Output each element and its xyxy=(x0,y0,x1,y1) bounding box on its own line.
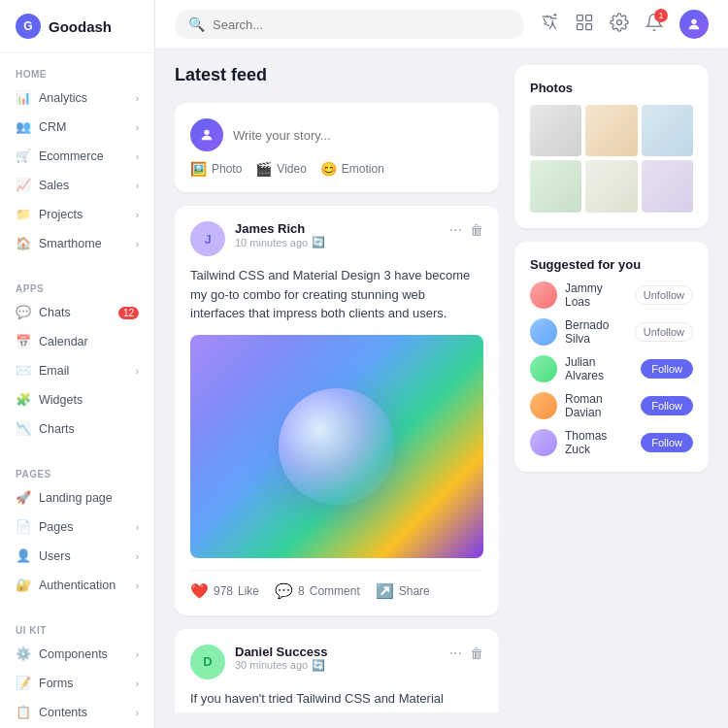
sidebar-label: Email xyxy=(39,364,128,378)
sidebar-item-projects[interactable]: 📁Projects› xyxy=(0,200,154,229)
post-delete-button[interactable]: 🗑 xyxy=(470,222,483,238)
post-actions: ··· 🗑 xyxy=(449,221,483,239)
sidebar-label: Landing page xyxy=(39,491,139,505)
story-input-row xyxy=(190,118,483,151)
post-header: D Daniel Success 30 minutes ago 🔄 ··· 🗑 xyxy=(190,645,483,679)
sidebar-item-calendar[interactable]: 📅Calendar xyxy=(0,327,154,356)
post-more-button[interactable]: ··· xyxy=(449,221,462,239)
chevron-icon: › xyxy=(136,708,139,718)
sidebar-item-contents[interactable]: 📋Contents› xyxy=(0,698,154,727)
landing-icon: 🚀 xyxy=(16,490,31,506)
sidebar-label: Analytics xyxy=(39,91,128,105)
chevron-icon: › xyxy=(136,93,139,104)
search-input[interactable] xyxy=(213,17,511,32)
sidebar-item-ecommerce[interactable]: 🛒Ecommerce› xyxy=(0,142,154,171)
post-avatar: D xyxy=(190,645,225,679)
chats-icon: 💬 xyxy=(16,305,31,320)
sidebar-item-analytics[interactable]: 📊Analytics› xyxy=(0,83,154,113)
search-box[interactable]: 🔍 xyxy=(175,10,524,39)
sidebar-item-widgets[interactable]: 🧩Widgets xyxy=(0,385,154,414)
follow-button-julian[interactable]: Follow xyxy=(641,359,693,379)
photo-action[interactable]: 🖼️ Photo xyxy=(190,161,242,177)
refresh-icon: 🔄 xyxy=(312,659,325,672)
sidebar-label: Charts xyxy=(39,422,139,436)
story-input[interactable] xyxy=(233,128,483,143)
heart-icon: ❤️ xyxy=(190,582,209,600)
auth-icon: 🔐 xyxy=(16,578,31,593)
photos-grid xyxy=(530,105,693,213)
suggested-item-jammy: Jammy Loas Unfollow xyxy=(530,281,693,309)
post-delete-button[interactable]: 🗑 xyxy=(470,645,483,661)
nav-section-uikit: UI KIT ⚙️Components› 📝Forms› 📋Contents› … xyxy=(0,610,154,728)
sugg-name: Bernado Silva xyxy=(565,318,627,346)
chevron-icon: › xyxy=(136,239,139,249)
chevron-icon: › xyxy=(136,522,139,533)
svg-point-5 xyxy=(691,19,696,24)
chevron-icon: › xyxy=(136,151,139,162)
chevron-icon: › xyxy=(136,210,139,220)
photo-thumb-2 xyxy=(585,105,637,156)
sugg-name: Thomas Zuck xyxy=(565,429,633,456)
refresh-icon: 🔄 xyxy=(312,236,325,248)
sidebar-item-auth[interactable]: 🔐Authentication› xyxy=(0,571,154,600)
notification-badge: 1 xyxy=(654,9,668,22)
unfollow-button-jammy[interactable]: Unfollow xyxy=(635,285,693,305)
sidebar-item-components[interactable]: ⚙️Components› xyxy=(0,640,154,669)
video-label: Video xyxy=(277,162,306,176)
sidebar-item-sales[interactable]: 📈Sales› xyxy=(0,171,154,200)
topbar: 🔍 1 xyxy=(155,0,728,50)
sidebar-item-forms[interactable]: 📝Forms› xyxy=(0,669,154,698)
sidebar-item-users[interactable]: 👤Users› xyxy=(0,542,154,571)
content-area: Latest feed 🖼️ Photo 🎬 Video xyxy=(155,50,728,728)
comment-count: 8 xyxy=(298,584,305,598)
emotion-action[interactable]: 😊 Emotion xyxy=(320,161,384,177)
like-button[interactable]: ❤️ 978 Like xyxy=(190,582,259,600)
translate-icon[interactable] xyxy=(540,13,559,37)
user-avatar[interactable] xyxy=(679,10,709,39)
grid-icon[interactable] xyxy=(575,13,594,37)
follow-button-thomas[interactable]: Follow xyxy=(641,433,693,452)
sidebar-item-chats[interactable]: 💬Chats12 xyxy=(0,298,154,327)
sugg-avatar xyxy=(530,429,557,456)
unfollow-button-bernado[interactable]: Unfollow xyxy=(635,322,693,342)
post-card-2: D Daniel Success 30 minutes ago 🔄 ··· 🗑 … xyxy=(175,629,499,713)
nav-section-home-title: HOME xyxy=(0,63,154,83)
forms-icon: 📝 xyxy=(16,676,31,691)
video-icon: 🎬 xyxy=(255,161,272,177)
post-more-button[interactable]: ··· xyxy=(449,645,462,662)
logo-icon: G xyxy=(16,14,41,39)
sidebar-label: Widgets xyxy=(39,393,139,407)
charts-icon: 📉 xyxy=(16,421,31,437)
sidebar-item-crm[interactable]: 👥CRM› xyxy=(0,113,154,142)
sidebar-item-pages[interactable]: 📄Pages› xyxy=(0,513,154,542)
suggested-item-julian: Julian Alvares Follow xyxy=(530,355,693,382)
svg-rect-0 xyxy=(578,15,583,20)
suggested-list: Jammy Loas Unfollow Bernado Silva Unfoll… xyxy=(530,281,693,456)
sidebar-item-email[interactable]: ✉️Email› xyxy=(0,356,154,385)
ecommerce-icon: 🛒 xyxy=(16,149,31,164)
suggested-item-roman: Roman Davian Follow xyxy=(530,392,693,419)
post-image xyxy=(190,335,483,558)
story-box: 🖼️ Photo 🎬 Video 😊 Emotion xyxy=(175,103,499,192)
share-button[interactable]: ↗️ Share xyxy=(376,582,430,600)
settings-icon[interactable] xyxy=(610,13,629,37)
calendar-icon: 📅 xyxy=(16,334,31,349)
chevron-icon: › xyxy=(136,366,139,377)
sidebar-item-smarthome[interactable]: 🏠Smarthome› xyxy=(0,229,154,258)
right-column: Photos Suggested for you Jammy Loas xyxy=(514,65,709,712)
sidebar-label: Smarthome xyxy=(39,237,128,250)
follow-button-roman[interactable]: Follow xyxy=(641,396,693,415)
video-action[interactable]: 🎬 Video xyxy=(255,161,306,177)
notification-icon[interactable]: 1 xyxy=(645,13,664,37)
photo-thumb-4 xyxy=(530,160,581,212)
main-area: 🔍 1 Latest feed xyxy=(155,0,728,728)
story-avatar xyxy=(190,118,223,151)
chevron-icon: › xyxy=(136,678,139,689)
suggested-item-thomas: Thomas Zuck Follow xyxy=(530,429,693,456)
sidebar-item-landing[interactable]: 🚀Landing page xyxy=(0,483,154,513)
comment-button[interactable]: 💬 8 Comment xyxy=(275,582,360,600)
photo-thumb-1 xyxy=(530,105,581,156)
nav-section-uikit-title: UI KIT xyxy=(0,619,154,640)
sidebar-label: Contents xyxy=(39,706,128,719)
sidebar-item-charts[interactable]: 📉Charts xyxy=(0,414,154,444)
